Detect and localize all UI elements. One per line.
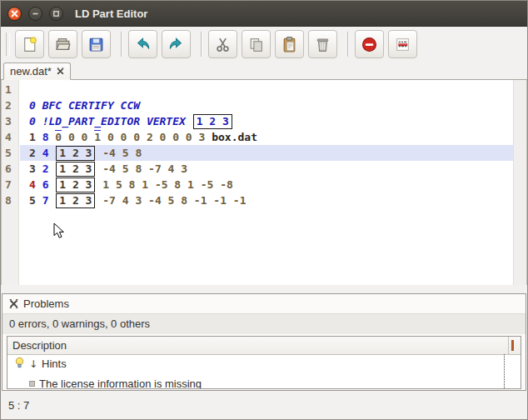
line-number-gutter: 12345678 [2, 80, 19, 285]
code-editor[interactable]: 12345678 0 BFC CERTIFY CCW0 !LD_PART_EDI… [1, 80, 527, 285]
error-stop-icon [361, 36, 378, 53]
cut-icon [214, 36, 232, 53]
copy-button[interactable] [242, 30, 271, 58]
line-number: 7 [2, 177, 18, 192]
window-close-button[interactable] [7, 7, 22, 21]
code-token: 5 [29, 194, 36, 207]
column-separator[interactable] [508, 337, 509, 354]
editor-vertical-scrollbar[interactable] [513, 80, 526, 285]
save-icon [87, 36, 105, 53]
code-token: box.dat [212, 131, 257, 143]
undo-button[interactable] [128, 30, 157, 58]
toolbar-separator [201, 32, 202, 57]
code-token: 0 0 [68, 131, 87, 143]
paste-icon [281, 36, 298, 53]
open-file-button[interactable] [48, 30, 77, 58]
line-number: 2 [2, 98, 18, 113]
code-line-5[interactable]: 2 4 1 2 3 -4 5 8 [20, 145, 514, 161]
vertex-box-token[interactable]: 1 2 3 [56, 162, 95, 177]
column-grid-line [504, 354, 505, 388]
code-area[interactable]: 0 BFC CERTIFY CCW0 !LD_PART_EDITOR VERTE… [20, 80, 514, 285]
line-number: 3 [2, 113, 18, 129]
problems-close-icon[interactable] [9, 299, 18, 308]
error-stop-button[interactable] [355, 30, 384, 58]
line-number: 4 [2, 129, 18, 145]
toolbar-separator [121, 32, 122, 57]
hints-group-label: Hints [42, 358, 67, 370]
window-close-icon [11, 10, 18, 18]
code-line-6[interactable]: 3 2 1 2 3 -4 5 8 -7 4 3 [20, 161, 514, 177]
tab-new-dat[interactable]: new.dat* [3, 62, 71, 80]
cut-button[interactable] [208, 30, 237, 58]
code-line-1[interactable] [20, 82, 514, 98]
code-token: 1 [29, 131, 36, 143]
mouse-cursor-icon [53, 222, 65, 242]
problems-tab[interactable]: Problems [2, 294, 526, 313]
toolbar-grip[interactable] [6, 32, 10, 56]
expander-arrow-icon[interactable]: ↓ [29, 358, 37, 370]
app-window: LD Part Editor new.dat* 12345678 0 BFC C… [0, 0, 528, 420]
problems-summary: 0 errors, 0 warnings, 0 others [2, 313, 526, 334]
code-token: 0 !LD_PART_EDITOR VERTEX [29, 115, 186, 128]
code-token: 4 [42, 147, 49, 159]
toolbar [1, 27, 527, 62]
redo-icon [167, 36, 185, 53]
window-minimize-icon [32, 10, 39, 18]
titlebar[interactable]: LD Part Editor [1, 1, 527, 27]
line-number: 6 [2, 161, 18, 177]
problems-title: Problems [23, 298, 69, 310]
code-line-4[interactable]: 1 8 0 0 0 1 0 0 0 2 0 0 0 3 box.dat [20, 129, 514, 145]
code-token: 0 BFC CERTIFY CCW [29, 99, 140, 112]
line-number: 1 [2, 82, 18, 98]
vertex-box-token[interactable]: 1 2 3 [56, 193, 95, 208]
code-line-3[interactable]: 0 !LD_PART_EDITOR VERTEX 1 2 3 [20, 113, 514, 129]
toolbar-groups [15, 30, 421, 58]
code-token: 4 [29, 178, 36, 191]
problems-group-hints[interactable]: ↓ Hints [7, 355, 521, 372]
caret-position: 5 : 7 [1, 391, 527, 412]
save-file-button[interactable] [82, 30, 111, 58]
code-token: -4 5 8 [102, 147, 142, 159]
code-token: 2 [42, 162, 49, 175]
code-line-7[interactable]: 4 6 1 2 3 1 5 8 1 -5 8 1 -5 -8 [20, 177, 514, 192]
redo-button[interactable] [162, 30, 191, 58]
vertex-box-token[interactable]: 1 2 3 [193, 114, 232, 129]
clear-errors-button[interactable] [388, 30, 417, 58]
paste-button[interactable] [275, 30, 304, 58]
code-token: 1 [94, 130, 101, 143]
description-column-header[interactable]: Description [7, 337, 521, 355]
problems-panel: Problems 0 errors, 0 warnings, 0 others … [2, 293, 526, 391]
new-file-icon [21, 36, 38, 53]
lightbulb-icon [14, 357, 25, 371]
tab-close-icon[interactable] [57, 68, 64, 75]
editor-problems-sash[interactable] [1, 285, 527, 293]
statusbar: 5 : 7 [1, 391, 527, 420]
clear-errors-icon [394, 36, 411, 53]
delete-button[interactable] [308, 30, 337, 58]
window-maximize-button[interactable] [49, 7, 63, 21]
code-token: 6 [42, 178, 49, 191]
tab-label: new.dat* [10, 65, 52, 78]
new-file-button[interactable] [15, 30, 44, 58]
window-minimize-button[interactable] [28, 7, 42, 21]
problem-row-license[interactable]: The license information is missing [7, 375, 521, 389]
clipped-column-fragment [511, 340, 514, 351]
code-token: 1 5 8 1 -5 8 1 -5 -8 [102, 178, 233, 191]
code-line-8[interactable]: 5 7 1 2 3 -7 4 3 -4 5 8 -1 -1 -1 [20, 192, 514, 208]
code-token: 7 [42, 194, 49, 207]
vertex-box-token[interactable]: 1 2 3 [56, 178, 95, 192]
description-column-label: Description [12, 339, 67, 352]
open-folder-icon [54, 36, 72, 53]
code-token: -4 5 8 -7 4 3 [102, 162, 187, 175]
undo-icon [134, 36, 152, 53]
vertex-box-token[interactable]: 1 2 3 [56, 146, 95, 161]
code-token: 3 [29, 162, 36, 175]
code-token: 0 [55, 130, 62, 143]
editor-tabstrip: new.dat* [1, 62, 527, 80]
copy-icon [247, 36, 265, 53]
toolbar-separator [347, 32, 349, 57]
code-line-2[interactable]: 0 BFC CERTIFY CCW [20, 98, 514, 113]
problem-description: The license information is missing [39, 378, 202, 389]
line-number: 5 [2, 145, 18, 161]
code-token: 2 [29, 147, 36, 159]
